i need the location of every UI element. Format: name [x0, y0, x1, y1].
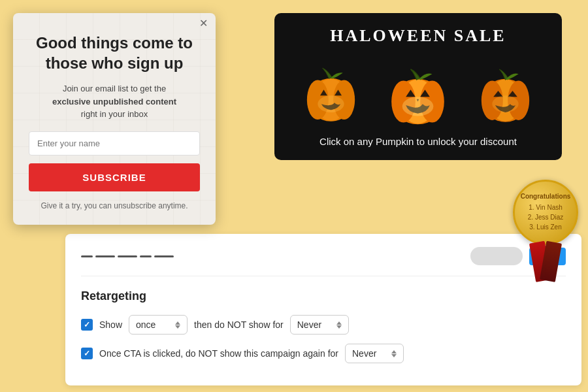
- pumpkins-row: [287, 55, 549, 127]
- top-bar: Join: [81, 247, 566, 276]
- svg-point-6: [318, 95, 344, 112]
- arrow-down-icon-2: [336, 325, 342, 329]
- retargeting-row-2: Once CTA is clicked, do NOT show this ca…: [81, 344, 566, 363]
- subscribe-button[interactable]: SUBSCRIBE: [29, 163, 200, 191]
- select-arrows-2: [336, 321, 342, 329]
- arrow-up-icon: [175, 321, 180, 325]
- never-select-2[interactable]: Never: [345, 344, 404, 363]
- select-arrows-3: [391, 350, 397, 357]
- subtitle-plain: Join our email list to get the: [63, 84, 166, 93]
- cta-label: Once CTA is clicked, do NOT show this ca…: [99, 348, 338, 359]
- select-arrows-1: [175, 321, 180, 329]
- never-value-2: Never: [352, 348, 376, 359]
- svg-point-21: [492, 95, 518, 112]
- pumpkin-1[interactable]: [293, 55, 368, 127]
- never-select-1[interactable]: Never: [290, 315, 349, 335]
- email-signup-popup: ✕ Good things come to those who sign up …: [13, 13, 216, 225]
- arrow-up-icon-2: [336, 321, 342, 325]
- popup-subtitle: Join our email list to get the exclusive…: [29, 82, 200, 121]
- popup-footer: Give it a try, you can unsubscribe anyti…: [29, 201, 200, 212]
- dash-1: [81, 255, 93, 257]
- badge-congrats: Congratulations: [521, 193, 571, 200]
- bottom-panel: Join Retargeting Show once then do NOT s…: [65, 234, 581, 385]
- halloween-cta: Click on any Pumpkin to unlock your disc…: [287, 136, 549, 147]
- subtitle-bold: exclusive unpublished content: [52, 97, 176, 106]
- then-label: then do NOT show for: [194, 319, 284, 330]
- dash-2: [95, 255, 115, 257]
- dash-3: [118, 255, 137, 257]
- arrow-up-icon-3: [391, 350, 397, 353]
- svg-point-14: [402, 97, 434, 116]
- dash-4: [140, 255, 152, 257]
- close-button[interactable]: ✕: [199, 18, 208, 29]
- show-label: Show: [99, 319, 122, 330]
- name-input[interactable]: [29, 131, 200, 155]
- popup-title: Good things come to those who sign up: [29, 33, 200, 73]
- never-value-1: Never: [297, 319, 321, 330]
- dash-5: [154, 255, 174, 257]
- badge-rank-1: 1. Vin Nash: [528, 203, 563, 212]
- arrow-down-icon-3: [391, 354, 397, 357]
- cta-checkbox[interactable]: [81, 348, 93, 359]
- once-value: once: [136, 319, 155, 330]
- dash-dots: [81, 255, 174, 257]
- pumpkin-2[interactable]: [380, 55, 455, 127]
- badge-circle: Congratulations 1. Vin Nash 2. Jess Diaz…: [513, 180, 578, 245]
- pumpkin-3[interactable]: [468, 55, 543, 127]
- badge-ribbon: [530, 242, 561, 282]
- badge-names: 1. Vin Nash 2. Jess Diaz 3. Luis Zen: [528, 203, 563, 232]
- retargeting-row-1: Show once then do NOT show for Never: [81, 315, 566, 335]
- subtitle-end: right in your inbox: [81, 109, 148, 119]
- halloween-title: HALOWEEN SALE: [287, 26, 549, 46]
- once-select[interactable]: once: [129, 315, 188, 335]
- retargeting-title: Retargeting: [81, 289, 566, 303]
- show-checkbox[interactable]: [81, 319, 93, 331]
- badge-container: Congratulations 1. Vin Nash 2. Jess Diaz…: [510, 180, 581, 282]
- badge-rank-3: 3. Luis Zen: [528, 222, 563, 232]
- badge-rank-2: 2. Jess Diaz: [528, 212, 563, 222]
- halloween-banner: HALOWEEN SALE: [274, 13, 562, 160]
- arrow-down-icon: [175, 325, 180, 329]
